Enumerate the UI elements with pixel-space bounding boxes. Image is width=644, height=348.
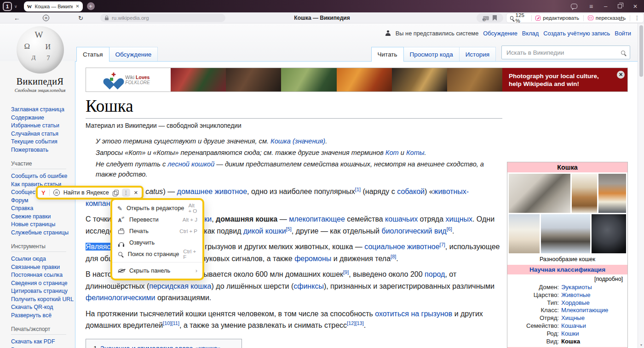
personal-link[interactable]: Создать учётную запись — [543, 30, 610, 37]
sidebar-link[interactable]: Скачать QR-код — [11, 304, 53, 310]
minimize-button[interactable]: – — [604, 0, 607, 12]
reference-link[interactable]: [5] — [286, 226, 292, 231]
article-link[interactable]: лесной кошкой — [167, 160, 214, 168]
reference-link[interactable]: [9] — [343, 269, 349, 275]
personal-link[interactable]: Вклад — [522, 30, 539, 37]
zoom-control[interactable]: 125 % — [510, 12, 527, 23]
sidebar-link[interactable]: Новые страницы — [11, 221, 55, 228]
search-icon[interactable] — [621, 51, 625, 55]
sidebar-link[interactable]: Форум — [11, 197, 28, 204]
restore-button[interactable] — [618, 0, 622, 12]
popup-close-icon[interactable]: ✕ — [134, 190, 138, 196]
taxonomy-link[interactable]: Эукариоты — [561, 284, 592, 291]
not-logged-in-note[interactable]: Вы не представились системе — [396, 30, 479, 37]
article-link[interactable]: социальное животное — [364, 243, 439, 251]
sidebar-link[interactable]: Получить короткий URL — [11, 296, 74, 302]
scrollbar-thumb[interactable] — [639, 25, 643, 77]
taxonomy-link[interactable]: Животные — [561, 291, 591, 299]
article-link[interactable]: сфинксы — [293, 282, 324, 290]
article-link[interactable]: феромоны — [294, 255, 331, 262]
copy-icon[interactable] — [113, 190, 118, 196]
edit-page-button[interactable]: редактировать — [535, 15, 579, 21]
article-link[interactable]: собакой — [397, 188, 425, 195]
menu-item-editor[interactable]: Открыть в редактореAlt + O — [112, 202, 202, 214]
lock-icon[interactable] — [105, 17, 109, 20]
sidebar-link[interactable]: Скачать как PDF — [11, 338, 55, 345]
find-in-yandex-button[interactable]: Найти в Яндексе — [63, 189, 109, 196]
bookmark-icon[interactable] — [493, 15, 497, 21]
wiki-search-box[interactable] — [501, 46, 630, 59]
menu-item-speak[interactable]: Озвучить — [112, 237, 202, 248]
cat-photo-gray[interactable] — [592, 214, 626, 253]
cat-photo-orange-white[interactable] — [598, 174, 626, 213]
sidebar-link[interactable]: Избранные статьи — [11, 122, 59, 129]
reference-link[interactable]: [12][13] — [347, 320, 364, 326]
sidebar-link[interactable]: Текущие события — [11, 138, 58, 145]
tab-Читать[interactable]: Читать — [371, 47, 404, 62]
cat-photo-abyssinian[interactable] — [572, 174, 597, 213]
sidebar-link[interactable]: Заглавная страница — [11, 106, 64, 113]
camera-blocked-icon[interactable]: 1 — [483, 16, 489, 20]
reference-link[interactable]: [6] — [447, 226, 452, 231]
article-link[interactable]: персидская кошка — [149, 282, 211, 290]
sidebar-link[interactable]: Сведения о странице — [11, 280, 68, 286]
sidebar-link[interactable]: Свежие правки — [11, 213, 51, 220]
tab-group-button[interactable]: 1 — [3, 2, 12, 11]
reference-link[interactable]: [10][11] — [163, 320, 179, 326]
taxonomy-link[interactable]: Хищные — [561, 314, 585, 322]
article-link[interactable]: дикой кошки — [243, 227, 286, 235]
taxonomy-link[interactable]: Млекопитающие — [561, 307, 608, 314]
sidebar-link[interactable]: Постоянная ссылка — [11, 272, 63, 278]
wikipedia-logo[interactable]: WΩИ7Д ВикипедиЯ Свободная энциклопедия — [10, 26, 70, 93]
toc-link[interactable]: Значение и этимология слова «кошка» — [100, 345, 221, 348]
banner-message[interactable]: Photograph your local culture, help Wiki… — [502, 68, 627, 91]
back-button[interactable]: ← — [14, 12, 20, 23]
address-bar[interactable]: ru.wikipedia.org — [100, 14, 225, 22]
sidebar-link[interactable]: Справка — [11, 205, 33, 211]
reference-link[interactable]: [1] — [355, 187, 361, 192]
tab-close-icon[interactable]: ✕ — [75, 4, 79, 9]
article-link[interactable]: пород — [425, 270, 445, 278]
sidebar-link[interactable]: Версия для печати — [11, 347, 61, 348]
taxonomy-link[interactable]: Хордовые — [561, 299, 590, 307]
taxonomy-link[interactable]: Кошки — [561, 330, 579, 338]
toc-item[interactable]: 1Значение и этимология слова «кошка» — [93, 344, 234, 348]
more-actions-button[interactable]: ⋮ — [634, 15, 640, 21]
reference-link[interactable]: [8] — [391, 253, 396, 259]
popup-more-button[interactable]: ⋮ — [122, 188, 130, 197]
sidebar-link[interactable]: Развернуть всё — [11, 312, 52, 319]
new-tab-button[interactable]: + — [87, 2, 95, 10]
tab-Обсуждение[interactable]: Обсуждение — [109, 47, 158, 61]
wiki-loves-folklore-banner[interactable]: ✚ Wiki Loves FOLKLORE Photograph your lo… — [86, 68, 628, 92]
article-link[interactable]: биологический вид — [381, 227, 446, 235]
search-input[interactable] — [506, 49, 618, 56]
cat-photo-tabby-lying[interactable] — [509, 174, 570, 213]
tab-Просмотр кода[interactable]: Просмотр кода — [404, 47, 460, 61]
tab-История[interactable]: История — [460, 47, 496, 61]
downloads-button[interactable]: ↓ — [619, 12, 624, 23]
sidebar-link[interactable]: Цитировать страницу — [11, 288, 68, 294]
personal-link[interactable]: Войти — [615, 30, 631, 37]
article-link[interactable]: фелинологическими — [86, 294, 155, 302]
sidebar-link[interactable]: Служебные страницы — [11, 229, 69, 236]
cat-photo-tabby-snow[interactable] — [541, 214, 590, 253]
detail-link[interactable]: [подробно] — [507, 274, 627, 283]
article-link[interactable]: Кошка (значения) — [270, 137, 325, 145]
menu-item-hide[interactable]: Скрыть панель› — [112, 265, 202, 276]
sidebar-link[interactable]: Случайная статья — [11, 131, 58, 137]
sidebar-link[interactable]: Связанные правки — [11, 264, 60, 270]
article-link[interactable]: охотиться на грызунов — [375, 310, 452, 318]
reload-button[interactable]: ↻ — [78, 12, 83, 23]
tab-Статья[interactable]: Статья — [76, 47, 109, 62]
sidebar-link[interactable]: Ссылки сюда — [11, 256, 46, 262]
article-link[interactable]: млекопитающее — [289, 215, 345, 223]
browser-menu-button[interactable]: ≡ — [589, 0, 593, 12]
article-link[interactable]: Коты — [406, 149, 425, 156]
sidebar-link[interactable]: Сообщить об ошибке — [11, 173, 67, 179]
personal-link[interactable]: Обсуждение — [483, 30, 518, 37]
yandex-services-button[interactable] — [43, 12, 49, 23]
article-link[interactable]: кошачьих — [385, 215, 418, 223]
article-link[interactable]: домашнее животное — [177, 188, 247, 195]
taxonomy-link[interactable]: Кошачьи — [561, 322, 586, 330]
menu-item-translate[interactable]: ПеревестиAlt + J — [112, 214, 202, 225]
